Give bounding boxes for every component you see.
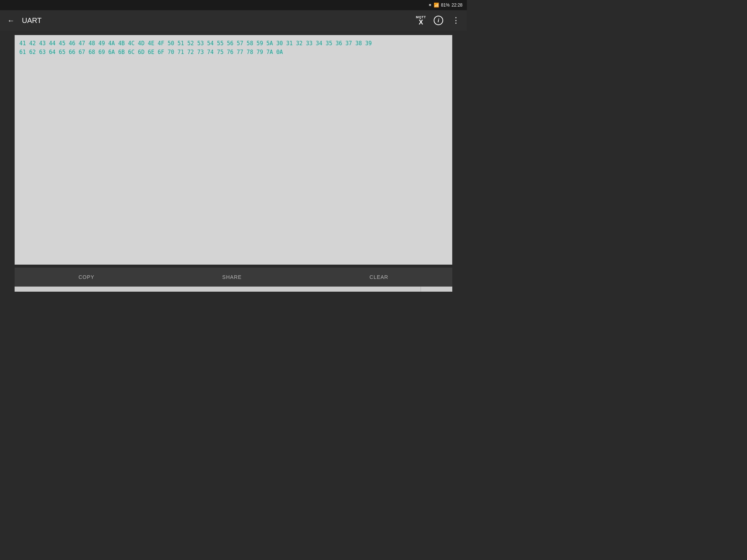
data-line-2: 61 62 63 64 65 66 67 68 69 6A 6B 6C 6D 6…: [19, 48, 448, 57]
battery-text: 81%: [441, 3, 450, 8]
more-options-button[interactable]: ⋮: [448, 12, 464, 28]
back-button[interactable]: ←: [3, 12, 19, 28]
data-display-box: 41 42 43 44 45 46 47 48 49 4A 4B 4C 4D 4…: [15, 35, 452, 265]
info-icon: i: [434, 16, 443, 25]
data-text: 41 42 43 44 45 46 47 48 49 4A 4B 4C 4D 4…: [19, 39, 448, 57]
share-button[interactable]: SHARE: [211, 271, 252, 284]
status-bar: ✶ 📶 81% 22:28: [0, 0, 467, 10]
send-area: SEND: [15, 287, 452, 292]
send-input[interactable]: [15, 287, 421, 292]
more-options-icon: ⋮: [452, 16, 460, 25]
app-bar: ← UART MQTT X i ⋮: [0, 10, 467, 31]
status-bar-icons: ✶ 📶 81% 22:28: [428, 3, 462, 8]
mqtt-button[interactable]: MQTT X: [413, 12, 429, 28]
bluetooth-icon: ✶: [428, 3, 432, 8]
time-text: 22:28: [452, 3, 462, 8]
clear-button[interactable]: CLEAR: [359, 271, 399, 284]
app-bar-actions: MQTT X i ⋮: [413, 12, 464, 28]
copy-button[interactable]: COPY: [67, 271, 105, 284]
mqtt-icon: MQTT X: [416, 16, 426, 26]
back-icon: ←: [7, 16, 15, 25]
data-line-1: 41 42 43 44 45 46 47 48 49 4A 4B 4C 4D 4…: [19, 39, 448, 48]
bottom-actions: COPY SHARE CLEAR: [15, 268, 452, 287]
content-area: 41 42 43 44 45 46 47 48 49 4A 4B 4C 4D 4…: [0, 31, 467, 268]
info-button[interactable]: i: [430, 12, 446, 28]
send-button[interactable]: SEND: [421, 287, 452, 292]
wifi-icon: 📶: [434, 3, 439, 8]
page-title: UART: [22, 16, 413, 25]
